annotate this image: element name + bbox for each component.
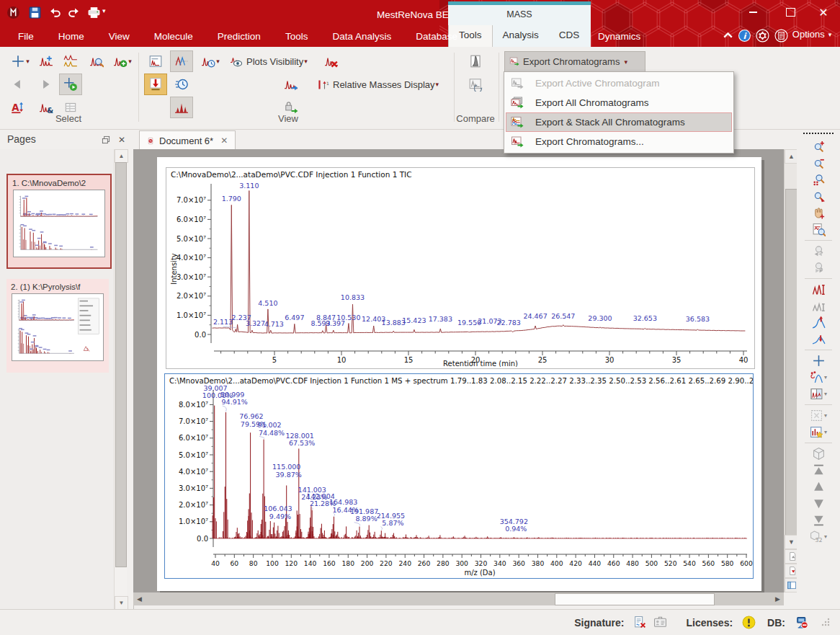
- data-browser-icon[interactable]: [144, 50, 167, 72]
- move-up-icon[interactable]: [806, 479, 831, 495]
- page-thumbnail-2[interactable]: 2. (1) K:\Pyrolysis\f: [6, 279, 109, 373]
- document-canvas[interactable]: C:\MnovaDemo\2...ataDemo\PVC.CDF Injecti…: [133, 149, 784, 592]
- active-selection-tool-icon[interactable]: [59, 74, 82, 95]
- zoom-autoscale-icon[interactable]: [806, 172, 831, 188]
- compare-spectra-icon[interactable]: [464, 50, 487, 72]
- increase-intensity-icon[interactable]: [806, 281, 831, 298]
- svg-text:220: 220: [380, 559, 393, 567]
- scroll-down-icon[interactable]: ▼: [115, 596, 128, 610]
- close-panel-icon[interactable]: ✕: [115, 133, 128, 146]
- scroll-up-icon[interactable]: ▲: [115, 149, 128, 163]
- tab-dynamics[interactable]: Dynamics: [598, 31, 640, 42]
- scroll-right-icon[interactable]: ▶: [772, 592, 784, 605]
- svg-text:m/z (Da): m/z (Da): [464, 569, 495, 577]
- resize-grip[interactable]: [821, 616, 830, 629]
- export-plot-icon[interactable]: [280, 74, 303, 95]
- zoom-out-icon[interactable]: [806, 155, 831, 172]
- full-view-icon[interactable]: [806, 221, 831, 238]
- svg-text:360: 360: [512, 559, 525, 567]
- mass-tab-cds[interactable]: CDS: [549, 25, 590, 47]
- tab-molecule[interactable]: Molecule: [142, 26, 205, 47]
- pages-scrollbar[interactable]: ▲ ▼: [114, 149, 127, 609]
- tab-view[interactable]: View: [97, 26, 142, 47]
- vertical-scrollbar-thumb[interactable]: [785, 189, 797, 536]
- scheduled-display-icon[interactable]: ▾: [196, 50, 225, 72]
- overlay-spectra-icon[interactable]: [170, 50, 193, 72]
- pages-scrollbar-thumb[interactable]: [115, 162, 127, 567]
- maximize-button[interactable]: [779, 4, 801, 20]
- signature-invalid-icon[interactable]: [633, 615, 648, 631]
- move-down-icon[interactable]: [806, 495, 831, 512]
- import-data-icon[interactable]: [144, 74, 167, 95]
- dual-display-icon[interactable]: [59, 50, 82, 72]
- tab-tools[interactable]: Tools: [273, 26, 321, 47]
- minimize-button[interactable]: [742, 4, 764, 20]
- svg-text:100: 100: [266, 559, 279, 567]
- horizontal-scrollbar[interactable]: ◀ ▶: [133, 592, 784, 605]
- export-chromatograms-button[interactable]: Export Chromatograms ▾: [504, 51, 645, 72]
- undo-button[interactable]: [46, 4, 63, 21]
- svg-text:3.0×10⁷: 3.0×10⁷: [177, 273, 206, 281]
- realtime-update-icon[interactable]: [170, 74, 193, 95]
- fit-to-height-icon[interactable]: [806, 314, 831, 331]
- menu-item-export-chromatograms[interactable]: Export Chromatograms...: [506, 132, 732, 151]
- toolbar-drag-handle[interactable]: [803, 133, 834, 137]
- next-arrow-icon[interactable]: [35, 74, 58, 95]
- svg-text:600: 600: [740, 559, 753, 567]
- previous-arrow-icon[interactable]: [6, 74, 29, 95]
- crosshair-selection-tool[interactable]: ▾: [6, 50, 35, 72]
- spectrum-view-icon[interactable]: [170, 97, 193, 118]
- zoom-manual-icon[interactable]: [806, 188, 831, 205]
- mass-tab-analysis[interactable]: Analysis: [493, 25, 549, 47]
- menu-item-export-all-chromatograms[interactable]: Export All Chromatograms: [506, 93, 732, 112]
- document-page[interactable]: C:\MnovaDemo\2...ataDemo\PVC.CDF Injecti…: [157, 157, 761, 591]
- tab-prediction[interactable]: Prediction: [205, 26, 273, 47]
- tab-data-analysis[interactable]: Data Analysis: [320, 26, 403, 47]
- relative-masses-caret: ▾: [436, 81, 439, 88]
- hide-plot-icon[interactable]: [320, 50, 343, 72]
- gear-icon[interactable]: [754, 29, 770, 43]
- save-button[interactable]: [26, 4, 43, 21]
- move-bottom-icon[interactable]: [806, 512, 831, 528]
- spectrum-add-icon[interactable]: ▾: [108, 50, 137, 72]
- spectrum-display-icon[interactable]: ▾: [806, 386, 831, 402]
- tab-file[interactable]: File: [6, 26, 46, 47]
- arrange-plots-icon[interactable]: ▾: [806, 424, 831, 440]
- plots-visibility-button[interactable]: Plots Visibility ▾: [229, 53, 308, 70]
- svg-text:380: 380: [532, 559, 545, 567]
- fit-to-baseline-icon[interactable]: [806, 331, 831, 347]
- relative-masses-button[interactable]: 1 Relative Masses Display ▾: [316, 76, 439, 93]
- info-icon[interactable]: i: [736, 29, 752, 43]
- float-panel-icon[interactable]: [99, 133, 112, 146]
- licenses-book-icon[interactable]: [773, 29, 789, 43]
- db-disconnected-icon[interactable]: [793, 615, 809, 631]
- horizontal-scrollbar-thumb[interactable]: [555, 593, 715, 605]
- vertical-scrollbar[interactable]: ▲ ▼: [784, 149, 797, 592]
- zoom-in-icon[interactable]: [806, 138, 831, 155]
- licenses-warning-icon[interactable]: [741, 615, 756, 631]
- document-tab[interactable]: Document 6* ✕: [139, 130, 236, 150]
- move-top-icon[interactable]: [806, 462, 831, 479]
- signature-card-icon[interactable]: [653, 615, 669, 631]
- menu-item-export-stack-all-chromatograms[interactable]: Export & Stack All Chromatograms: [506, 112, 732, 132]
- redo-button[interactable]: [65, 4, 82, 21]
- spectrum-plus-icon[interactable]: [35, 50, 58, 72]
- options-menu[interactable]: Options ▾: [791, 29, 833, 40]
- ms-spectrum-chart[interactable]: C:\MnovaDemo\2...ataDemo\PVC.CDF Injecti…: [164, 373, 754, 579]
- close-button[interactable]: ✕: [813, 4, 834, 20]
- tic-chromatogram-chart[interactable]: C:\MnovaDemo\2...ataDemo\PVC.CDF Injecti…: [166, 167, 755, 369]
- collapse-ribbon-icon[interactable]: [720, 29, 735, 43]
- cutoff-icon[interactable]: ▾: [806, 369, 831, 386]
- tab-database[interactable]: Database: [403, 26, 470, 47]
- tab-home[interactable]: Home: [46, 26, 97, 47]
- crosshair-icon[interactable]: [806, 352, 831, 369]
- scroll-left-icon[interactable]: ◀: [133, 592, 146, 605]
- print-button[interactable]: [85, 4, 102, 21]
- document-close-icon[interactable]: ✕: [220, 136, 228, 146]
- page-thumbnail-1[interactable]: 1. C:\MnovaDemo\2: [6, 174, 112, 269]
- overlay-compare-icon[interactable]: [464, 74, 487, 95]
- expansion-tool-icon[interactable]: A: [6, 97, 29, 118]
- print-dropdown-caret[interactable]: ▾: [102, 7, 106, 14]
- pan-icon[interactable]: [806, 205, 831, 221]
- spectrum-zoom-icon[interactable]: [85, 50, 108, 72]
